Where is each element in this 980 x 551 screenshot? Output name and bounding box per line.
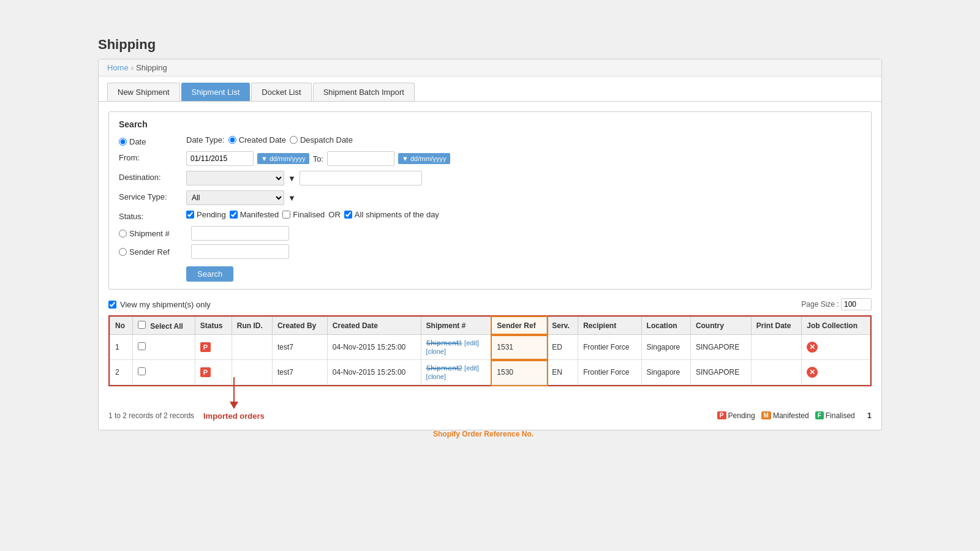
destination-select[interactable] bbox=[186, 171, 284, 186]
cell-no-1: 1 bbox=[110, 335, 133, 360]
col-job-collection: Job Collection bbox=[802, 317, 870, 335]
service-type-select[interactable]: All bbox=[186, 190, 284, 205]
despatch-date-radio[interactable] bbox=[290, 136, 298, 144]
cell-country-1: SINGAPORE bbox=[690, 335, 751, 360]
from-to-controls: ▼ dd/mm/yyyy To: ▼ dd/mm/yyyy bbox=[186, 151, 450, 166]
breadcrumb-home[interactable]: Home bbox=[107, 63, 129, 72]
legend-p-badge: P bbox=[717, 411, 726, 419]
footer-area: 1 to 2 records of 2 records P Pending M … bbox=[108, 411, 872, 420]
status-pending-label: Pending bbox=[197, 210, 226, 219]
shipment-edit-1[interactable]: [edit] bbox=[464, 339, 479, 347]
col-run-id: Run ID. bbox=[232, 317, 272, 335]
shipment-link-2[interactable]: S̶h̶i̶p̶m̶e̶n̶t̶2 bbox=[426, 364, 462, 372]
content-area: Search Date Date Type: Created Date bbox=[99, 102, 881, 430]
service-type-row: Service Type: All ▼ bbox=[119, 190, 861, 205]
toolbar: View my shipment(s) only Page Size : bbox=[108, 298, 872, 310]
view-my-shipments-label: View my shipment(s) only bbox=[120, 300, 211, 309]
date-controls: Date Type: Created Date Despatch Date bbox=[186, 135, 353, 144]
remove-btn-2[interactable]: ✕ bbox=[807, 367, 818, 378]
cell-location-2: Singapore bbox=[641, 360, 690, 385]
cell-checkbox-2[interactable] bbox=[132, 360, 195, 385]
cell-recipient-2: Frontier Force bbox=[578, 360, 641, 385]
from-date-input[interactable] bbox=[186, 151, 254, 166]
shipment-hash-label: Shipment # bbox=[129, 229, 170, 238]
toolbar-right: Page Size : bbox=[801, 298, 872, 310]
shipment-hash-radio-item[interactable]: Shipment # bbox=[119, 229, 186, 238]
col-created-date: Created Date bbox=[327, 317, 421, 335]
col-sender-ref: Sender Ref bbox=[492, 317, 547, 335]
created-date-radio-item[interactable]: Created Date bbox=[228, 135, 286, 144]
tab-new-shipment[interactable]: New Shipment bbox=[107, 83, 180, 101]
tab-shipment-list[interactable]: Shipment List bbox=[181, 83, 251, 101]
status-manifested-item[interactable]: Manifested bbox=[230, 210, 279, 219]
col-select-all[interactable]: Select All bbox=[132, 317, 195, 335]
to-date-input[interactable] bbox=[327, 151, 394, 166]
toolbar-left: View my shipment(s) only bbox=[108, 300, 211, 309]
shipment-hash-input[interactable] bbox=[191, 226, 289, 241]
cell-no-2: 2 bbox=[110, 360, 133, 385]
from-label: From: bbox=[119, 151, 186, 162]
cell-run-id-1 bbox=[232, 335, 272, 360]
legend-pending-label: Pending bbox=[728, 411, 755, 420]
shipment-table: No Select All Status Run ID. Created By … bbox=[110, 317, 870, 385]
tab-docket-list[interactable]: Docket List bbox=[251, 83, 311, 101]
status-pending-item[interactable]: Pending bbox=[186, 210, 226, 219]
status-all-day-label: All shipments of the day bbox=[355, 210, 439, 219]
sender-ref-radio-item[interactable]: Sender Ref bbox=[119, 247, 186, 257]
created-date-radio[interactable] bbox=[228, 136, 236, 144]
status-all-day-item[interactable]: All shipments of the day bbox=[344, 210, 439, 219]
status-finalised-checkbox[interactable] bbox=[282, 211, 290, 219]
breadcrumb-shipping: Shipping bbox=[136, 63, 167, 72]
despatch-date-radio-item[interactable]: Despatch Date bbox=[290, 135, 353, 144]
breadcrumb-sep: › bbox=[131, 63, 134, 72]
col-no: No bbox=[110, 317, 133, 335]
cell-job-collection-2[interactable]: ✕ bbox=[802, 360, 870, 385]
main-panel: Home › Shipping New Shipment Shipment Li… bbox=[98, 59, 882, 430]
status-manifested-checkbox[interactable] bbox=[230, 211, 238, 219]
service-type-controls: All ▼ bbox=[186, 190, 296, 205]
shipment-edit-2[interactable]: [edit] bbox=[464, 364, 479, 372]
page-size-input[interactable] bbox=[841, 298, 872, 310]
legend-f-badge: F bbox=[815, 411, 824, 419]
page-size-label: Page Size : bbox=[801, 300, 839, 309]
to-date-format-btn[interactable]: ▼ dd/mm/yyyy bbox=[398, 153, 450, 164]
date-radio[interactable] bbox=[119, 138, 127, 146]
row-checkbox-2[interactable] bbox=[138, 367, 146, 375]
col-created-by: Created By bbox=[272, 317, 327, 335]
col-status: Status bbox=[195, 317, 232, 335]
status-finalised-item[interactable]: Finalised bbox=[282, 210, 325, 219]
despatch-date-label: Despatch Date bbox=[300, 135, 353, 144]
cell-shipment-num-1: S̶h̶i̶p̶m̶e̶n̶t̶1 [edit] [clone] bbox=[421, 335, 492, 360]
view-my-shipments-checkbox[interactable] bbox=[108, 301, 116, 309]
cell-checkbox-1[interactable] bbox=[132, 335, 195, 360]
shipment-link-1[interactable]: S̶h̶i̶p̶m̶e̶n̶t̶1 bbox=[426, 339, 462, 347]
from-date-format-btn[interactable]: ▼ dd/mm/yyyy bbox=[257, 153, 309, 164]
imported-orders-text: Imported orders bbox=[203, 411, 265, 421]
destination-controls: ▼ bbox=[186, 171, 422, 186]
search-button[interactable]: Search bbox=[186, 266, 233, 282]
row-checkbox-1[interactable] bbox=[138, 342, 146, 350]
shopify-ref-text: Shopify Order Reference No. bbox=[433, 430, 533, 438]
footer-right: P Pending M Manifested F Finalised bbox=[717, 411, 872, 420]
shipment-clone-2[interactable]: [clone] bbox=[426, 373, 446, 380]
cell-country-2: SINGAPORE bbox=[690, 360, 751, 385]
shipment-hash-radio[interactable] bbox=[119, 230, 127, 238]
sender-ref-row: Sender Ref bbox=[119, 244, 861, 259]
destination-row: Destination: ▼ bbox=[119, 171, 861, 186]
status-all-day-checkbox[interactable] bbox=[344, 211, 352, 219]
tab-shipment-batch-import[interactable]: Shipment Batch Import bbox=[313, 83, 415, 101]
cell-shipment-num-2: S̶h̶i̶p̶m̶e̶n̶t̶2 [edit] [clone] bbox=[421, 360, 492, 385]
select-all-checkbox[interactable] bbox=[138, 321, 146, 329]
date-radio-item[interactable]: Date bbox=[119, 137, 186, 146]
legend-pending: P Pending bbox=[717, 411, 755, 420]
sender-ref-input[interactable] bbox=[191, 244, 289, 259]
to-label: To: bbox=[313, 154, 323, 163]
shopify-annotation: Shopify Order Reference No. bbox=[433, 429, 533, 438]
destination-text-input[interactable] bbox=[300, 171, 422, 186]
status-pending-checkbox[interactable] bbox=[186, 211, 194, 219]
shipment-clone-1[interactable]: [clone] bbox=[426, 348, 446, 355]
col-location: Location bbox=[641, 317, 690, 335]
cell-job-collection-1[interactable]: ✕ bbox=[802, 335, 870, 360]
sender-ref-radio[interactable] bbox=[119, 248, 127, 256]
remove-btn-1[interactable]: ✕ bbox=[807, 342, 818, 353]
